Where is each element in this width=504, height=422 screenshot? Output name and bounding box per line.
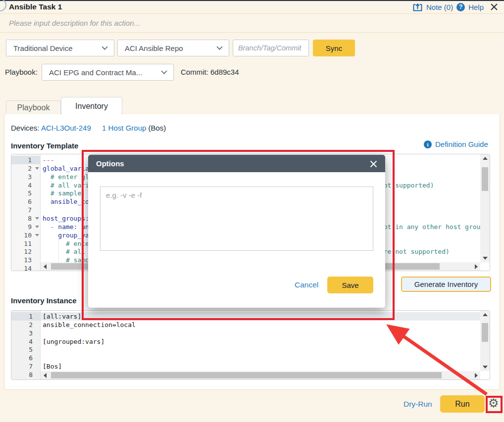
line-number: 2 [28,164,32,173]
line-number: 9 [28,223,32,231]
vertical-scroll-thumb[interactable] [482,323,488,342]
editor-content[interactable]: [all:vars]ansible_connection=local[ungro… [41,311,480,379]
chevron-down-icon [161,70,167,74]
generate-inventory-button[interactable]: Generate Inventory [401,277,491,292]
line-number: 6 [28,197,32,206]
playbook-select[interactable]: ACI EPG and Contract Ma... [42,64,174,81]
scroll-left-button[interactable] [41,371,49,379]
horizontal-scroll-thumb[interactable] [51,372,442,378]
code-line: host_groups: [43,214,89,223]
description-input[interactable]: Please input description for this action… [0,13,504,33]
gear-icon[interactable]: ⚙ [488,398,499,409]
code-line: --- [43,156,54,164]
modal-close-icon[interactable] [368,159,378,169]
scroll-up-button[interactable] [480,311,490,319]
line-number: 4 [29,337,33,346]
x-glyph [490,3,498,11]
scroll-right-button[interactable] [472,371,480,379]
options-modal-title: Options [96,159,124,168]
editor-gutter: 1234567891011121314 [11,154,41,271]
repo-value: ACI Ansible Repo [125,44,183,52]
line-number: 1 [28,156,32,164]
ansible-task-dialog: Ansible Task 1 Note (0) ? Help Please in… [0,0,504,422]
fold-arrow-icon[interactable] [35,234,39,236]
options-placeholder: e.g. -v -e -f [106,191,142,199]
playbook-value: ACI EPG and Contract Ma... [49,68,142,77]
devices-row: Devices: ACI-L3Out-249 1 Host Group (Bos… [11,124,166,132]
note-button[interactable]: Note (0) [426,3,453,11]
line-number: 1 [29,312,33,321]
save-button[interactable]: Save [327,277,373,293]
line-number: 7 [28,206,32,214]
code-line: [all:vars] [43,312,81,321]
devices-label: Devices: [11,124,40,132]
inventory-instance-heading: Inventory Instance [11,296,77,305]
run-button[interactable]: Run [440,395,485,413]
corner-bubble-fragment [0,0,6,11]
line-number: 5 [28,189,32,197]
code-line: [ungrouped:vars] [43,337,104,346]
editor-gutter: 12345678 [11,311,41,379]
definition-guide-link[interactable]: i Definition Guide [424,140,488,148]
line-number: 2 [29,321,33,329]
fold-arrow-icon[interactable] [35,167,39,170]
line-number: 8 [28,214,32,223]
code-line: [Bos] [43,362,62,371]
host-group-link[interactable]: 1 Host Group [102,124,146,132]
line-number: 11 [24,239,32,248]
branch-placeholder: Branch/Tag/Commit [238,44,302,52]
line-number: 3 [28,173,32,181]
options-modal-header: Options [88,155,385,172]
vertical-scrollbar[interactable] [480,311,490,371]
line-number: 12 [24,247,32,256]
line-number: 6 [29,354,33,362]
options-textarea[interactable]: e.g. -v -e -f [100,187,373,251]
host-group-suffix: (Bos) [149,124,166,132]
scroll-up-button[interactable] [480,154,490,162]
scroll-down-button[interactable] [480,363,490,371]
window-top-edge [0,0,504,1]
vertical-scroll-thumb[interactable] [482,167,488,191]
vertical-scrollbar[interactable] [480,154,490,262]
branch-tag-commit-input[interactable]: Branch/Tag/Commit [233,40,309,56]
line-number: 3 [29,329,33,337]
inventory-instance-editor[interactable]: 12345678[all:vars]ansible_connection=loc… [11,310,490,380]
chevron-down-icon [216,46,223,50]
commit-text: Commit: 6d89c34 [181,68,239,76]
line-number: 13 [24,256,32,264]
horizontal-scrollbar[interactable] [41,371,480,379]
line-number: 4 [28,181,32,189]
cancel-button[interactable]: Cancel [295,281,318,289]
line-number: 14 [24,264,32,271]
tab-playbook[interactable]: Playbook [6,100,61,115]
scroll-right-button[interactable] [472,262,480,271]
repo-select[interactable]: ACI Ansible Repo [117,40,229,56]
device-type-select[interactable]: Traditional Device [6,40,114,56]
line-number: 10 [24,231,32,239]
description-placeholder: Please input description for this action… [9,19,140,27]
fold-arrow-icon[interactable] [35,226,39,228]
line-number: 7 [29,362,33,371]
help-icon[interactable]: ? [456,3,465,11]
info-icon: i [424,141,432,148]
definition-guide-label: Definition Guide [435,140,488,148]
line-number: 8 [29,371,33,379]
fold-arrow-icon[interactable] [35,217,39,220]
playbook-label: Playbook: [5,68,38,76]
close-icon[interactable] [490,3,498,11]
device-link[interactable]: ACI-L3Out-249 [41,124,91,132]
dry-run-button[interactable]: Dry-Run [403,400,432,409]
device-type-value: Traditional Device [13,44,73,52]
help-button[interactable]: Help [468,3,484,11]
sync-button[interactable]: Sync [313,40,355,56]
scroll-down-button[interactable] [480,254,490,262]
chevron-down-icon [101,46,108,50]
export-note-icon[interactable] [412,2,423,12]
scroll-left-button[interactable] [41,262,49,271]
line-number: 5 [29,345,33,354]
code-line: ansible_connection=local [43,321,136,329]
page-title: Ansible Task 1 [9,2,62,11]
x-glyph [370,160,377,168]
tab-inventory[interactable]: Inventory [61,97,122,115]
inventory-template-heading: Inventory Template [11,141,78,150]
